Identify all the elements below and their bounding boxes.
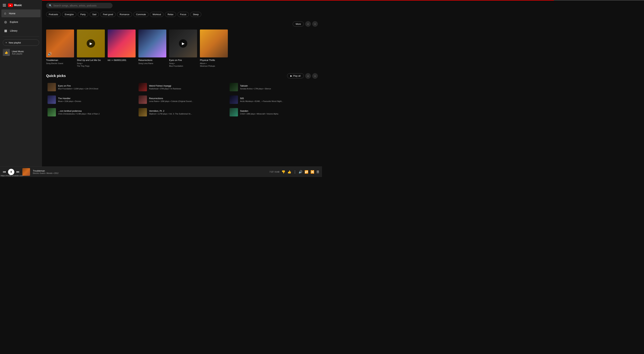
queue-button[interactable]: ☰ <box>316 170 319 174</box>
card-sub-troubleman: Song Electric Guest <box>46 62 74 65</box>
chip-focus[interactable]: Focus <box>178 12 189 17</box>
thumbs-up-button[interactable]: 👍 <box>288 170 291 174</box>
card-title-shutup: Shut Up and Let Me Go <box>77 59 105 61</box>
qp-sub-con: Chris Christodoulou • 5.4M plays • Risk … <box>58 113 100 115</box>
card-sub-physical: Album • Silversun Pickups <box>200 62 228 67</box>
search-icon: 🔍 <box>49 4 52 7</box>
chip-workout[interactable]: Workout <box>150 12 164 17</box>
sidebar-header: Music <box>0 1 42 9</box>
card-title-troubleman: Troubleman <box>46 59 74 61</box>
explore-icon: ◎ <box>4 20 7 24</box>
play-overlay: ▶ <box>77 29 105 57</box>
qp-title-weird: Weird Fishes/ Arpeggi <box>149 84 181 87</box>
qp-item-tallulah[interactable]: Tallulah Sonata Arctica • 17M plays • Si… <box>228 81 318 93</box>
global-progress-bar[interactable] <box>0 0 322 0</box>
sidebar-label-library: Library <box>10 29 18 32</box>
more-options-button[interactable]: ⋮ <box>293 170 296 174</box>
youtube-logo-icon <box>8 3 13 7</box>
card-eyesonfire[interactable]: ▶ Eyes on Fire Song • Blue Foundation <box>169 29 197 67</box>
home-icon: ⌂ <box>4 11 6 15</box>
qp-thumb-tallulah <box>230 83 238 91</box>
sidebar-item-home[interactable]: ⌂ Home <box>2 9 40 17</box>
qp-thumb-505 <box>230 95 238 104</box>
qp-thumb-handler <box>48 95 56 104</box>
quick-picks-prev-button[interactable]: ‹ <box>305 73 311 79</box>
new-playlist-button[interactable]: ＋ New playlist <box>3 39 39 46</box>
sound-icon: 🔊 <box>48 52 52 56</box>
thumbs-down-button[interactable]: 👎 <box>282 170 285 174</box>
card-thumb-shutup: ▶ <box>77 29 105 57</box>
card-sub-resurrections: Song Lena Raine <box>138 62 166 65</box>
new-playlist-label: New playlist <box>9 41 21 44</box>
qp-sub-505: Arctic Monkeys • 814M... • Favourite Wor… <box>240 100 283 102</box>
qp-item-sweden[interactable]: Sweden C418 • 18M plays • Minecraft • Vo… <box>228 107 318 118</box>
repeat-button[interactable]: 🔁 <box>304 170 308 174</box>
card-int[interactable]: int i = 0b00011001 <box>108 29 136 67</box>
more-button[interactable]: More <box>293 21 304 26</box>
sidebar-item-explore[interactable]: ◎ Explore <box>2 18 40 26</box>
chip-podcasts[interactable]: Podcasts <box>46 12 61 17</box>
qp-item-resurr[interactable]: Resurrections Lena Raine • 10M plays • C… <box>137 94 227 105</box>
card-resurrections[interactable]: Resurrections Song Lena Raine <box>138 29 166 67</box>
quick-picks-header: Quick picks ▶ Play all ‹ › <box>46 73 318 79</box>
qp-item-vermilion[interactable]: Vermilion, Pt. 2 Slipknot • 117M plays •… <box>137 107 227 118</box>
carousel-prev-button[interactable]: ‹ <box>305 21 311 27</box>
qp-title-handler: The Handler <box>58 97 81 100</box>
play-circle-icon: ▶ <box>87 39 95 48</box>
carousel-next-button[interactable]: › <box>312 21 318 27</box>
library-icon: ▦ <box>4 29 7 33</box>
qp-item-weird[interactable]: Weird Fishes/ Arpeggi Radiohead • 37M pl… <box>137 81 227 93</box>
logo-area: Music <box>8 3 22 7</box>
chip-relax[interactable]: Relax <box>165 12 176 17</box>
cards-row: 🔊 Troubleman Song Electric Guest ▶ Shut … <box>46 29 318 67</box>
chip-party[interactable]: Party <box>78 12 88 17</box>
play-circle-eof-icon: ▶ <box>179 39 187 48</box>
qp-thumb-vermilion <box>138 108 147 116</box>
chip-commute[interactable]: Commute <box>134 12 148 17</box>
qp-title-tallulah: Tallulah <box>240 84 271 87</box>
shuffle-button[interactable]: 🔀 <box>310 170 314 174</box>
chip-sleep[interactable]: Sleep <box>190 12 201 17</box>
qp-info-vermilion: Vermilion, Pt. 2 Slipknot • 117M plays •… <box>149 110 192 115</box>
qp-thumb-con <box>48 108 56 116</box>
chip-romance[interactable]: Romance <box>117 12 132 17</box>
card-troubleman[interactable]: 🔊 Troubleman Song Electric Guest <box>46 29 74 67</box>
sidebar: Music ⌂ Home ◎ Explore ▦ Library ＋ New p… <box>0 0 42 167</box>
volume-button[interactable]: 🔊 <box>298 170 302 174</box>
qp-item-handler[interactable]: The Handler Muse • 31M plays • Drones <box>46 94 136 105</box>
progress-fill <box>0 0 322 0</box>
skip-forward-button[interactable]: ⏭ <box>16 170 20 174</box>
skip-back-button[interactable]: ⏮ <box>3 170 6 174</box>
quick-picks-next-button[interactable]: › <box>312 73 318 79</box>
player-bar: ⏮ ⏸ ⏭ Troubleman Electric Guest • Mondo … <box>0 167 322 177</box>
qp-sub-sweden: C418 • 18M plays • Minecraft • Volume Al… <box>240 113 278 115</box>
player-subtitle: Electric Guest • Mondo • 2012 <box>33 172 266 174</box>
qp-info-resurr: Resurrections Lena Raine • 10M plays • C… <box>149 97 193 102</box>
player-title: Troubleman <box>33 169 266 172</box>
qp-sub-eyes: Blue Foundation • 116M plays • Life Of A… <box>58 88 98 90</box>
time-total: 8:49 <box>275 171 279 173</box>
qp-title-505: 505 <box>240 97 283 100</box>
chip-sad[interactable]: Sad <box>90 12 99 17</box>
card-sub-shutup: Song • The Ting Tings <box>77 62 105 67</box>
menu-icon[interactable] <box>3 4 6 6</box>
qp-item-505[interactable]: 505 Arctic Monkeys • 814M... • Favourite… <box>228 94 318 105</box>
sidebar-item-library[interactable]: ▦ Library <box>2 27 40 35</box>
play-all-button[interactable]: ▶ Play all <box>287 73 304 78</box>
search-bar[interactable]: 🔍 <box>46 3 112 8</box>
liked-music-item[interactable]: 👍 Liked Music Auto playlist <box>0 47 42 58</box>
card-shutup[interactable]: ▶ Shut Up and Let Me Go Song • The Ting … <box>77 29 105 67</box>
card-sub-eyesonfire: Song • Blue Foundation <box>169 62 197 67</box>
liked-music-info: Liked Music Auto playlist <box>12 50 24 55</box>
qp-item-con[interactable]: ...con lentitud poderosa Chris Christodo… <box>46 107 136 118</box>
search-input[interactable] <box>53 4 110 7</box>
chip-feelgood[interactable]: Feel good <box>100 12 116 17</box>
liked-music-title: Liked Music <box>12 50 24 53</box>
qp-thumb-sweden <box>230 108 238 116</box>
chip-energize[interactable]: Energize <box>62 12 76 17</box>
player-right-controls: 7:37 / 8:49 👎 👍 ⋮ 🔊 🔁 🔀 ☰ <box>270 170 319 174</box>
card-physical[interactable]: Physical Thrills Album • Silversun Picku… <box>200 29 228 67</box>
qp-item-eyes[interactable]: Eyes on Fire Blue Foundation • 116M play… <box>46 81 136 93</box>
play-all-label: Play all <box>293 74 300 77</box>
url-bar: https://music.youtube.com <box>0 174 24 177</box>
